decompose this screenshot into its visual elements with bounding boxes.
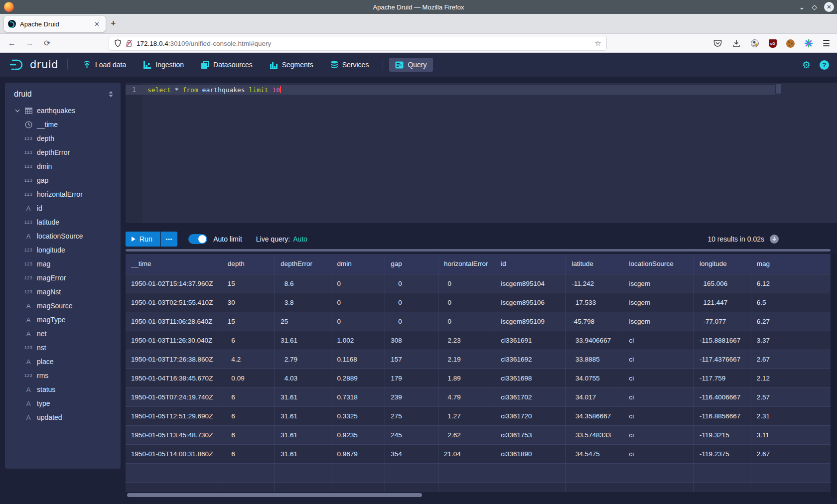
table-cell[interactable]: ci bbox=[623, 350, 694, 369]
table-cell[interactable]: 0.7318 bbox=[331, 387, 385, 406]
table-cell[interactable]: 0 bbox=[385, 274, 438, 293]
shield-icon[interactable] bbox=[114, 39, 122, 47]
table-cell[interactable]: 0.9235 bbox=[331, 425, 385, 444]
menu-icon[interactable]: ☰ bbox=[823, 38, 830, 49]
table-cell[interactable]: 0.2889 bbox=[331, 369, 385, 387]
table-cell[interactable]: 1950-01-03T17:26:38.860Z bbox=[126, 350, 222, 369]
table-cell[interactable]: 1950-01-05T14:00:31.860Z bbox=[126, 444, 222, 463]
table-cell[interactable]: -119.3215 bbox=[694, 425, 751, 444]
sidebar-column-magSource[interactable]: AmagSource bbox=[5, 299, 121, 313]
tab-close-icon[interactable]: ✕ bbox=[92, 19, 102, 29]
url-text[interactable]: 172.18.0.4:30109/unified-console.html#qu… bbox=[137, 40, 595, 47]
table-cell[interactable]: 275 bbox=[385, 406, 438, 425]
table-cell[interactable]: ci3361698 bbox=[495, 369, 566, 387]
table-cell[interactable]: 3.37 bbox=[751, 331, 837, 350]
table-cell[interactable]: 2.57 bbox=[751, 387, 837, 406]
sql-query-text[interactable]: select * from earthquakes limit 10 bbox=[147, 85, 281, 95]
table-cell[interactable]: 4.2 bbox=[222, 350, 275, 369]
window-close-icon[interactable]: ✕ bbox=[824, 2, 834, 12]
table-cell[interactable]: ci3361720 bbox=[495, 406, 566, 425]
help-icon[interactable]: ? bbox=[820, 60, 829, 70]
table-cell[interactable]: 6.27 bbox=[751, 312, 837, 331]
table-cell[interactable]: ci bbox=[623, 425, 694, 444]
table-cell[interactable]: 179 bbox=[385, 369, 438, 387]
table-cell[interactable]: 1.002 bbox=[331, 331, 385, 350]
nav-item-ingestion[interactable]: Ingestion bbox=[137, 58, 190, 72]
table-cell[interactable]: -116.8856667 bbox=[694, 406, 751, 425]
ublock-extension-icon[interactable]: uO bbox=[769, 39, 777, 48]
table-cell[interactable]: ci3361702 bbox=[495, 387, 566, 406]
table-cell[interactable]: 4.03 bbox=[275, 369, 331, 387]
containers-extension-icon[interactable] bbox=[750, 39, 759, 48]
column-header-gap[interactable]: gap bbox=[385, 254, 438, 274]
table-cell[interactable]: 1950-01-02T15:14:37.960Z bbox=[126, 274, 222, 293]
sidebar-column-magError[interactable]: 123magError bbox=[5, 271, 121, 285]
sidebar-column-gap[interactable]: 123gap bbox=[5, 173, 121, 187]
horizontal-scrollbar[interactable] bbox=[126, 492, 831, 498]
table-cell[interactable]: 8.6 bbox=[275, 274, 331, 293]
insecure-lock-icon[interactable] bbox=[126, 39, 133, 47]
sidebar-column-latitude[interactable]: 123latitude bbox=[5, 215, 121, 229]
table-cell[interactable]: 2.19 bbox=[438, 350, 495, 369]
table-cell[interactable]: ci bbox=[623, 331, 694, 350]
column-header-mag[interactable]: mag bbox=[751, 254, 837, 274]
table-cell[interactable]: 308 bbox=[385, 331, 438, 350]
download-results-icon[interactable] bbox=[769, 234, 779, 244]
table-cell[interactable]: 33.5748333 bbox=[566, 425, 623, 444]
column-header-time[interactable]: __time bbox=[126, 254, 222, 274]
table-cell[interactable]: iscgem bbox=[623, 312, 694, 331]
table-cell[interactable]: 2.23 bbox=[438, 331, 495, 350]
table-cell[interactable]: 6.12 bbox=[751, 274, 837, 293]
column-header-horizontalError[interactable]: horizontalError bbox=[438, 254, 495, 274]
sidebar-column-dmin[interactable]: 123dmin bbox=[5, 159, 121, 173]
run-button[interactable]: Run bbox=[126, 232, 160, 247]
table-cell[interactable]: 2.31 bbox=[751, 406, 837, 425]
table-cell[interactable]: 4.79 bbox=[438, 387, 495, 406]
table-cell[interactable]: 6 bbox=[222, 387, 275, 406]
sidebar-column-magType[interactable]: AmagType bbox=[5, 313, 121, 327]
table-cell[interactable]: 25 bbox=[275, 312, 331, 331]
table-cell[interactable]: -119.2375 bbox=[694, 444, 751, 463]
sidebar-column-longitude[interactable]: 123longitude bbox=[5, 243, 121, 257]
table-cell[interactable]: -45.798 bbox=[566, 312, 623, 331]
cookie-extension-icon[interactable] bbox=[786, 39, 795, 48]
table-cell[interactable]: 2.62 bbox=[438, 425, 495, 444]
downloads-icon[interactable] bbox=[732, 39, 741, 48]
table-cell[interactable]: -77.077 bbox=[694, 312, 751, 331]
sidebar-column-type[interactable]: Atype bbox=[5, 396, 121, 410]
sort-columns-icon[interactable] bbox=[108, 91, 114, 98]
column-header-dmin[interactable]: dmin bbox=[331, 254, 385, 274]
browser-tab[interactable]: Apache Druid ✕ bbox=[4, 16, 106, 32]
table-cell[interactable]: ci3361691 bbox=[495, 331, 566, 350]
settings-gear-icon[interactable]: ⚙ bbox=[802, 59, 811, 71]
table-cell[interactable]: iscgem895104 bbox=[495, 274, 566, 293]
table-cell[interactable]: 1950-01-05T13:45:48.730Z bbox=[126, 425, 222, 444]
sidebar-column-time[interactable]: __time bbox=[5, 118, 121, 131]
editor-scrollbar-thumb[interactable] bbox=[776, 84, 781, 94]
chevron-down-icon[interactable] bbox=[12, 109, 23, 113]
table-cell[interactable]: -11.242 bbox=[566, 274, 623, 293]
table-cell[interactable]: 354 bbox=[385, 444, 438, 463]
table-cell[interactable]: 30 bbox=[222, 293, 275, 312]
table-cell[interactable]: 33.9406667 bbox=[566, 331, 623, 350]
table-cell[interactable]: 1950-01-03T02:51:55.410Z bbox=[126, 293, 222, 312]
auto-limit-toggle[interactable] bbox=[188, 234, 207, 244]
pocket-icon[interactable] bbox=[713, 39, 722, 48]
bookmark-star-icon[interactable]: ☆ bbox=[595, 39, 601, 48]
forward-button[interactable]: → bbox=[26, 39, 34, 48]
table-cell[interactable]: 21.04 bbox=[438, 444, 495, 463]
table-cell[interactable]: 0 bbox=[331, 312, 385, 331]
table-cell[interactable]: 2.12 bbox=[751, 369, 837, 387]
table-cell[interactable]: 31.61 bbox=[275, 425, 331, 444]
back-button[interactable]: ← bbox=[8, 39, 16, 48]
table-cell[interactable]: 15 bbox=[222, 274, 275, 293]
table-cell[interactable]: -117.759 bbox=[694, 369, 751, 387]
table-cell[interactable]: 6 bbox=[222, 425, 275, 444]
table-cell[interactable]: 33.8885 bbox=[566, 350, 623, 369]
table-cell[interactable]: ci bbox=[623, 387, 694, 406]
table-cell[interactable]: -117.4376667 bbox=[694, 350, 751, 369]
sidebar-column-place[interactable]: Aplace bbox=[5, 355, 121, 369]
table-cell[interactable]: -115.8881667 bbox=[694, 331, 751, 350]
run-more-button[interactable]: ••• bbox=[161, 232, 178, 247]
url-bar[interactable]: 172.18.0.4:30109/unified-console.html#qu… bbox=[109, 36, 607, 51]
